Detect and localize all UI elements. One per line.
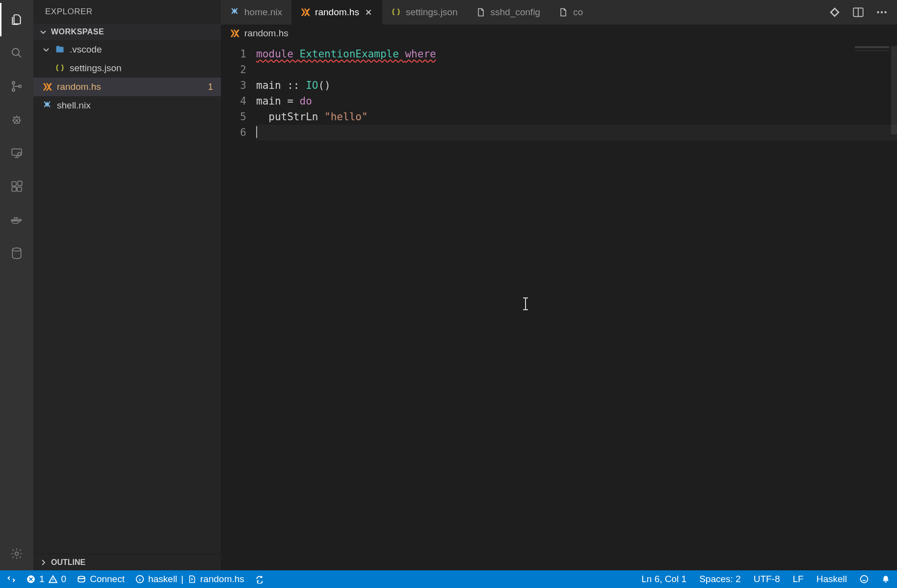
activity-debug[interactable] xyxy=(0,103,33,136)
source-control-icon xyxy=(10,80,23,93)
broadcast-icon xyxy=(77,575,86,584)
tab-actions xyxy=(819,0,897,25)
tab-label: settings.json xyxy=(406,7,458,18)
tab-bar: home.nixrandom.hssettings.jsonsshd_confi… xyxy=(221,0,897,25)
scrollbar-vertical[interactable] xyxy=(891,46,897,134)
json-icon xyxy=(391,7,401,17)
svg-point-25 xyxy=(861,576,868,583)
status-eol[interactable]: LF xyxy=(793,574,804,585)
tab[interactable]: settings.json xyxy=(382,0,467,25)
haskell-icon xyxy=(230,28,239,38)
sync-icon xyxy=(255,575,264,584)
tab[interactable]: co xyxy=(550,0,592,25)
activity-remote[interactable] xyxy=(0,136,33,170)
warning-count: 0 xyxy=(61,574,67,585)
code-line xyxy=(256,62,897,78)
extensions-icon xyxy=(10,180,23,193)
debug-icon xyxy=(10,113,23,126)
status-cursor-position[interactable]: Ln 6, Col 1 xyxy=(641,574,686,585)
tree-item-label: shell.nix xyxy=(57,100,91,111)
editor[interactable]: 123456 module ExtentionExample where mai… xyxy=(221,42,897,570)
split-editor-icon[interactable] xyxy=(852,6,865,19)
file-symlink-icon xyxy=(187,575,196,584)
tab[interactable]: random.hs xyxy=(291,0,382,25)
activity-extensions[interactable] xyxy=(0,170,33,203)
smiley-icon xyxy=(860,575,869,584)
tab-label: sshd_config xyxy=(491,7,540,18)
svg-point-2 xyxy=(12,89,15,91)
tree-item-label: .vscode xyxy=(70,44,102,55)
activity-settings[interactable] xyxy=(0,537,33,570)
code-line: module ExtentionExample where xyxy=(256,46,897,62)
chevron-right-icon xyxy=(39,559,47,566)
status-connect[interactable]: Connect xyxy=(77,574,125,585)
bell-icon xyxy=(881,575,890,584)
folder-icon xyxy=(55,45,65,54)
tree-file[interactable]: shell.nix xyxy=(33,96,221,115)
svg-rect-10 xyxy=(18,181,22,186)
tab-label: random.hs xyxy=(315,7,359,18)
workspace-section-header[interactable]: WORKSPASE xyxy=(33,24,221,40)
status-remote[interactable] xyxy=(7,575,16,584)
text-cursor-ibeam xyxy=(525,297,526,310)
outline-label: OUTLINE xyxy=(51,558,85,567)
status-sync[interactable] xyxy=(255,575,264,584)
lsp-separator: | xyxy=(181,574,184,585)
status-language[interactable]: Haskell xyxy=(817,574,847,585)
docker-icon xyxy=(10,214,23,226)
compare-changes-icon[interactable] xyxy=(828,6,841,19)
status-feedback[interactable] xyxy=(860,575,869,584)
status-problems[interactable]: 1 0 xyxy=(26,574,66,585)
activity-search[interactable] xyxy=(0,36,33,70)
file-icon xyxy=(558,7,568,17)
file-icon xyxy=(476,7,486,17)
outline-section-header[interactable]: OUTLINE xyxy=(33,554,221,570)
tree-item-label: settings.json xyxy=(70,63,122,74)
tree-file[interactable]: settings.json xyxy=(33,59,221,78)
svg-point-20 xyxy=(881,11,883,13)
breadcrumb[interactable]: random.hs xyxy=(221,25,897,42)
status-notifications[interactable] xyxy=(881,575,890,584)
caret xyxy=(256,126,257,138)
tab-label: co xyxy=(573,7,583,18)
database-icon xyxy=(10,247,23,260)
json-icon xyxy=(55,63,65,73)
svg-point-1 xyxy=(12,81,15,84)
more-actions-icon[interactable] xyxy=(875,6,888,19)
lsp-file: random.hs xyxy=(200,574,244,585)
minimap[interactable] xyxy=(855,46,889,66)
activity-docker[interactable] xyxy=(0,203,33,237)
code-area[interactable]: module ExtentionExample where main :: IO… xyxy=(256,42,897,570)
chevron-down-icon xyxy=(42,46,50,53)
activity-scm[interactable] xyxy=(0,70,33,103)
tree-folder[interactable]: .vscode xyxy=(33,40,221,59)
svg-point-17 xyxy=(15,552,19,556)
svg-rect-15 xyxy=(16,217,18,219)
tree-item-label: random.hs xyxy=(57,81,101,92)
nix-icon xyxy=(42,101,52,110)
tree-file[interactable]: random.hs1 xyxy=(33,78,221,96)
lsp-label: haskell xyxy=(148,574,177,585)
tab[interactable]: sshd_config xyxy=(467,0,550,25)
code-line: main = do xyxy=(256,93,897,109)
svg-rect-9 xyxy=(17,187,22,191)
files-icon xyxy=(10,13,23,26)
status-lsp[interactable]: haskell | random.hs xyxy=(135,574,244,585)
status-encoding[interactable]: UTF-8 xyxy=(754,574,780,585)
nix-icon xyxy=(230,7,239,17)
error-icon xyxy=(26,575,35,584)
breadcrumb-label: random.hs xyxy=(244,28,289,39)
svg-point-0 xyxy=(12,49,19,55)
sidebar: EXPLORER WORKSPASE .vscodesettings.jsonr… xyxy=(33,0,221,570)
haskell-icon xyxy=(300,7,310,17)
activity-bar xyxy=(0,0,33,570)
tab[interactable]: home.nix xyxy=(221,0,291,25)
svg-rect-8 xyxy=(12,187,16,191)
remote-explorer-icon xyxy=(10,147,23,160)
status-indentation[interactable]: Spaces: 2 xyxy=(699,574,741,585)
activity-database[interactable] xyxy=(0,237,33,270)
file-tree: .vscodesettings.jsonrandom.hs1shell.nix xyxy=(33,40,221,554)
tab-close-icon[interactable] xyxy=(364,8,373,17)
status-bar: 1 0 Connect haskell | random.hs Ln 6, Co… xyxy=(0,570,897,588)
activity-explorer[interactable] xyxy=(0,3,33,36)
